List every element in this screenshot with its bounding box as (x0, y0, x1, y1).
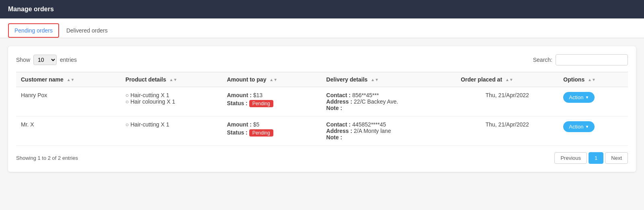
orders-card: Show 10 25 50 100 entries Search: Custom… (8, 46, 636, 172)
product-item: Hair-cutting X 1 (125, 92, 217, 98)
sort-amount-icon[interactable]: ▲▼ (269, 78, 277, 82)
amount-value: Amount : $5 (227, 121, 316, 128)
entries-select[interactable]: 10 25 50 100 (33, 55, 57, 65)
status-row: Status : Pending (227, 129, 316, 137)
tab-bar: Pending orders Delivered orders (0, 18, 644, 38)
top-bar: Manage orders (0, 0, 644, 18)
options-cell: Action ▼ (558, 116, 628, 146)
action-button-row-0[interactable]: Action ▼ (563, 92, 595, 103)
sort-customer-name-icon[interactable]: ▲▼ (67, 78, 75, 82)
dropdown-arrow-icon: ▼ (585, 124, 589, 129)
sort-product-details-icon[interactable]: ▲▼ (169, 78, 177, 82)
col-options: Options ▲▼ (558, 72, 628, 87)
table-row: Hanry PoxHair-cutting X 1Hair colouring … (16, 87, 628, 116)
amount-cell: Amount : $5 Status : Pending (222, 116, 321, 146)
action-button-row-1[interactable]: Action ▼ (563, 121, 595, 132)
col-order-placed: Order placed at ▲▼ (456, 72, 558, 87)
delivery-details-cell: Contact : 856**45*** Address : 22/C Back… (322, 87, 456, 116)
contact-info: Contact : 445852****45 (326, 121, 451, 128)
tab-delivered-orders[interactable]: Delivered orders (61, 23, 113, 38)
status-row: Status : Pending (227, 100, 316, 107)
col-product-details: Product details ▲▼ (121, 72, 222, 87)
next-button[interactable]: Next (605, 152, 628, 164)
search-label: Search: (533, 57, 552, 63)
order-placed-cell: Thu, 21/Apr/2022 (456, 116, 558, 146)
search-box: Search: (533, 54, 628, 65)
page-title: Manage orders (8, 6, 54, 12)
product-item: Hair colouring X 1 (125, 98, 217, 105)
search-input[interactable] (556, 54, 628, 65)
table-controls: Show 10 25 50 100 entries Search: (16, 54, 628, 65)
tab-pending-orders[interactable]: Pending orders (8, 23, 59, 38)
sort-delivery-icon[interactable]: ▲▼ (371, 78, 379, 82)
show-label: Show (16, 57, 30, 63)
product-item: Hair-cutting X 1 (125, 121, 217, 128)
customer-name-cell: Mr. X (16, 116, 121, 146)
table-footer: Showing 1 to 2 of 2 entries Previous 1 N… (16, 152, 628, 164)
options-cell: Action ▼ (558, 87, 628, 116)
orders-table: Customer name ▲▼ Product details ▲▼ Amou… (16, 72, 628, 146)
status-badge: Pending (249, 100, 273, 107)
address-info: Address : 22/C Backey Ave. (326, 98, 451, 105)
note-info: Note : (326, 134, 451, 141)
sort-options-icon[interactable]: ▲▼ (588, 78, 596, 82)
product-details-cell: Hair-cutting X 1 (121, 116, 222, 146)
main-content: Show 10 25 50 100 entries Search: Custom… (0, 38, 644, 180)
entries-label: entries (60, 57, 77, 63)
table-row: Mr. XHair-cutting X 1 Amount : $5 Status… (16, 116, 628, 146)
customer-name-cell: Hanry Pox (16, 87, 121, 116)
amount-value: Amount : $13 (227, 92, 316, 98)
delivery-details-cell: Contact : 445852****45 Address : 2/A Mon… (322, 116, 456, 146)
page-1-button[interactable]: 1 (589, 152, 603, 164)
product-details-cell: Hair-cutting X 1Hair colouring X 1 (121, 87, 222, 116)
show-entries-control: Show 10 25 50 100 entries (16, 55, 77, 65)
status-badge: Pending (249, 129, 273, 137)
col-customer-name: Customer name ▲▼ (16, 72, 121, 87)
sort-order-placed-icon[interactable]: ▲▼ (505, 78, 513, 82)
col-delivery: Delivery details ▲▼ (322, 72, 456, 87)
table-header-row: Customer name ▲▼ Product details ▲▼ Amou… (16, 72, 628, 87)
col-amount: Amount to pay ▲▼ (222, 72, 321, 87)
pagination: Previous 1 Next (554, 152, 628, 164)
previous-button[interactable]: Previous (554, 152, 587, 164)
address-info: Address : 2/A Monty lane (326, 128, 451, 134)
dropdown-arrow-icon: ▼ (585, 95, 589, 100)
contact-info: Contact : 856**45*** (326, 92, 451, 98)
amount-cell: Amount : $13 Status : Pending (222, 87, 321, 116)
note-info: Note : (326, 105, 451, 111)
showing-text: Showing 1 to 2 of 2 entries (16, 155, 78, 161)
order-placed-cell: Thu, 21/Apr/2022 (456, 87, 558, 116)
